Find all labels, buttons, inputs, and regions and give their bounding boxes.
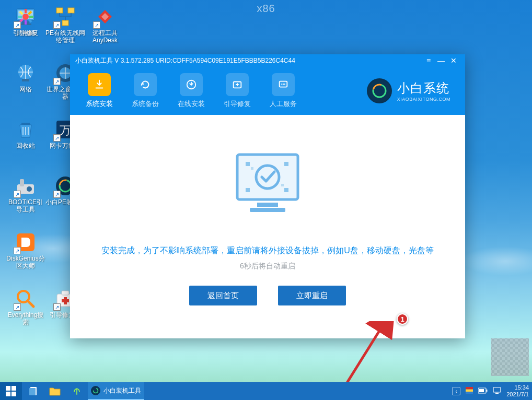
brand-title: 小白系统 — [397, 80, 450, 97]
bootice-icon: ↗ — [15, 175, 37, 197]
svg-rect-10 — [22, 79, 29, 81]
tab-label: 系统备份 — [132, 99, 159, 109]
svg-point-23 — [22, 14, 29, 20]
title-bar: 小白装机工具 V 3.1.572.285 URID:CDFF5A594C09E1… — [70, 54, 465, 67]
shortcut-arrow-icon: ↗ — [53, 191, 61, 198]
taskbar-clock[interactable]: 15:34 2021/7/1 — [506, 384, 529, 398]
svg-rect-50 — [11, 386, 16, 391]
back-home-button[interactable]: 返回首页 — [189, 286, 257, 305]
tab-bootfix[interactable]: 引导修复 — [214, 73, 260, 109]
desktop-widget-pixelated — [491, 338, 529, 376]
tab-label: 人工服务 — [270, 99, 297, 109]
svg-rect-40 — [250, 208, 285, 212]
svg-point-35 — [284, 84, 285, 85]
tab-support-icon — [272, 73, 295, 96]
shortcut-arrow-icon: ↗ — [14, 191, 21, 198]
tab-backup-icon — [134, 73, 157, 96]
shortcut-arrow-icon: ↗ — [53, 303, 61, 311]
svg-rect-17 — [20, 179, 24, 186]
countdown-text: 6秒后将自动重启 — [240, 262, 295, 271]
svg-rect-5 — [68, 8, 74, 13]
shortcut-arrow-icon: ↗ — [53, 134, 61, 142]
svg-rect-4 — [56, 8, 63, 13]
svg-rect-54 — [29, 388, 36, 395]
desktop-icon-diskgenius[interactable]: ↗DiskGenius分区大师 — [6, 229, 45, 272]
svg-rect-45 — [284, 188, 288, 192]
taskbar-search[interactable] — [22, 382, 44, 400]
desktop-icon-label: Everything搜索 — [6, 311, 45, 326]
desktop-icon-label: PE有线无线网络管理 — [45, 29, 85, 44]
taskbar-app-label: 小白装机工具 — [103, 386, 141, 395]
annotation-badge-1: 1 — [397, 313, 408, 325]
tray-flag-icon[interactable] — [466, 387, 473, 395]
restart-now-button[interactable]: 立即重启 — [278, 286, 346, 305]
svg-rect-44 — [246, 188, 250, 192]
system-tray: ‹ 15:34 2021/7/1 — [449, 382, 532, 400]
svg-rect-52 — [11, 392, 16, 396]
tray-overflow-button[interactable]: ‹ — [452, 387, 460, 395]
desktop-icon-label: DiskGenius分区大师 — [6, 255, 45, 269]
brand-subtitle: XIAOBAIXITONG.COM — [397, 97, 450, 102]
svg-rect-63 — [495, 393, 499, 394]
svg-rect-49 — [6, 386, 10, 391]
desktop-icon-recycle-bin[interactable]: 回收站 — [6, 116, 45, 151]
tab-label: 引导修复 — [224, 99, 251, 109]
shortcut-arrow-icon: ↗ — [93, 21, 100, 29]
recycle-bin-icon — [15, 119, 37, 140]
diskgenius-icon: ↗ — [15, 231, 37, 253]
app-title-text: 小白装机工具 V 3.1.572.285 URID:CDFF5A594C09E1… — [75, 56, 295, 65]
shortcut-arrow-icon: ↗ — [14, 247, 21, 254]
start-button[interactable] — [0, 382, 22, 400]
desktop-icon-label: 引导修复 — [13, 29, 38, 37]
desktop-icon-anydesk[interactable]: ↗远程工具AnyDesk — [85, 4, 125, 46]
tab-label: 系统安装 — [86, 99, 113, 109]
taskbar-app-xiaobai[interactable]: 小白装机工具 — [88, 382, 144, 400]
svg-rect-27 — [62, 291, 69, 295]
tab-install-icon — [88, 73, 111, 96]
taskbar-explorer[interactable] — [44, 382, 66, 400]
svg-rect-56 — [466, 387, 473, 390]
tab-backup[interactable]: 系统备份 — [122, 73, 168, 109]
tray-display-icon[interactable] — [493, 387, 501, 395]
close-button[interactable]: ✕ — [447, 54, 460, 67]
svg-rect-47 — [281, 184, 284, 186]
desktop-icon-network[interactable]: 网络 — [6, 60, 45, 95]
tray-battery-icon[interactable] — [478, 387, 488, 395]
network-icon — [15, 62, 37, 84]
svg-point-34 — [283, 84, 284, 85]
completion-message: 安装完成，为了不影响系统部署，重启前请将外接设备拔掉，例如U盘，移动硬盘，光盘等 — [101, 245, 434, 256]
anydesk-icon: ↗ — [94, 6, 116, 28]
tab-install[interactable]: 系统安装 — [76, 73, 122, 109]
desktop-icon-pe-net-mgr[interactable]: ↗PE有线无线网络管理 — [45, 4, 85, 46]
svg-rect-13 — [21, 123, 30, 125]
app-tabs: 系统安装系统备份在线安装引导修复人工服务 小白系统 XIAOBAIXITONG.… — [70, 67, 465, 115]
brand: 小白系统 XIAOBAIXITONG.COM — [367, 78, 459, 103]
svg-rect-29 — [62, 299, 69, 302]
taskbar: 小白装机工具 ‹ 15:34 2021/7/1 — [0, 382, 532, 400]
tab-online[interactable]: 在线安装 — [168, 73, 214, 109]
app-window: 小白装机工具 V 3.1.572.285 URID:CDFF5A594C09E1… — [70, 54, 465, 338]
svg-point-55 — [94, 389, 98, 393]
svg-rect-6 — [62, 20, 68, 26]
arch-watermark: x86 — [257, 3, 275, 15]
desktop-icon-label: 网络 — [19, 86, 32, 93]
desktop-icon-bootice[interactable]: ↗BOOTICE引导工具 — [6, 173, 45, 215]
desktop-icon-boot-repair[interactable]: ↗引导修复 — [6, 4, 45, 39]
svg-rect-51 — [6, 392, 10, 396]
minimize-button[interactable]: — — [435, 54, 447, 67]
success-monitor-icon — [231, 151, 304, 221]
desktop-icon-label: 回收站 — [16, 142, 35, 149]
boot-repair-icon: ↗ — [15, 6, 37, 28]
svg-rect-43 — [284, 162, 288, 166]
desktop-icon-everything[interactable]: ↗Everything搜索 — [6, 286, 45, 328]
menu-button[interactable]: ≡ — [422, 54, 435, 67]
taskbar-wifi[interactable] — [66, 382, 88, 400]
svg-point-33 — [281, 84, 282, 85]
pe-net-mgr-icon: ↗ — [54, 6, 76, 28]
tab-support[interactable]: 人工服务 — [260, 73, 306, 109]
tab-online-icon — [180, 73, 203, 96]
svg-rect-46 — [251, 167, 253, 170]
app-body: 安装完成，为了不影响系统部署，重启前请将外接设备拔掉，例如U盘，移动硬盘，光盘等… — [70, 115, 465, 338]
svg-rect-42 — [246, 162, 250, 166]
shortcut-arrow-icon: ↗ — [14, 303, 21, 311]
